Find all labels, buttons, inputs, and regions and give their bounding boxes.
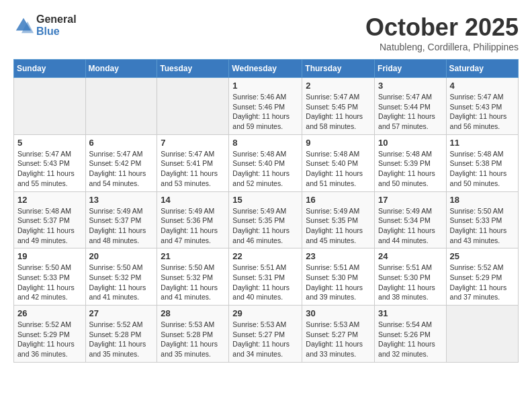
day-number: 20 [89,251,154,261]
day-number: 27 [89,308,154,318]
day-number: 14 [161,195,225,205]
calendar-cell: 18Sunrise: 5:50 AM Sunset: 5:33 PM Dayli… [446,191,518,248]
day-info: Sunrise: 5:49 AM Sunset: 5:35 PM Dayligh… [232,206,298,246]
day-info: Sunrise: 5:48 AM Sunset: 5:38 PM Dayligh… [450,149,515,189]
day-number: 5 [17,138,82,148]
day-number: 10 [378,138,443,148]
calendar-cell: 19Sunrise: 5:50 AM Sunset: 5:33 PM Dayli… [14,248,86,306]
day-info: Sunrise: 5:51 AM Sunset: 5:30 PM Dayligh… [378,263,443,302]
day-info: Sunrise: 5:53 AM Sunset: 5:28 PM Dayligh… [161,320,225,359]
calendar-cell: 8Sunrise: 5:48 AM Sunset: 5:40 PM Daylig… [229,134,302,191]
weekday-header: Sunday [14,60,86,78]
day-info: Sunrise: 5:51 AM Sunset: 5:31 PM Dayligh… [232,263,298,302]
day-info: Sunrise: 5:52 AM Sunset: 5:29 PM Dayligh… [17,320,82,359]
day-number: 4 [450,81,515,91]
calendar-cell: 20Sunrise: 5:50 AM Sunset: 5:32 PM Dayli… [85,248,157,306]
day-info: Sunrise: 5:53 AM Sunset: 5:27 PM Dayligh… [232,320,298,359]
day-info: Sunrise: 5:52 AM Sunset: 5:28 PM Dayligh… [89,320,154,359]
day-number: 8 [232,138,298,148]
day-number: 29 [232,308,298,318]
day-number: 6 [89,138,154,148]
calendar-cell: 4Sunrise: 5:47 AM Sunset: 5:43 PM Daylig… [446,78,518,135]
calendar-cell: 28Sunrise: 5:53 AM Sunset: 5:28 PM Dayli… [157,306,229,363]
day-info: Sunrise: 5:50 AM Sunset: 5:32 PM Dayligh… [161,263,225,302]
calendar-cell: 11Sunrise: 5:48 AM Sunset: 5:38 PM Dayli… [446,134,518,191]
calendar-cell: 16Sunrise: 5:49 AM Sunset: 5:35 PM Dayli… [302,191,375,248]
day-number: 3 [378,81,443,91]
day-info: Sunrise: 5:54 AM Sunset: 5:26 PM Dayligh… [378,320,443,359]
calendar-cell: 22Sunrise: 5:51 AM Sunset: 5:31 PM Dayli… [229,248,302,306]
day-number: 15 [232,195,298,205]
weekday-header-row: SundayMondayTuesdayWednesdayThursdayFrid… [14,60,519,78]
day-number: 28 [161,308,225,318]
calendar-cell: 30Sunrise: 5:53 AM Sunset: 5:27 PM Dayli… [302,306,375,363]
calendar-cell: 1Sunrise: 5:46 AM Sunset: 5:46 PM Daylig… [229,78,302,135]
day-info: Sunrise: 5:49 AM Sunset: 5:35 PM Dayligh… [306,206,371,246]
day-info: Sunrise: 5:50 AM Sunset: 5:33 PM Dayligh… [17,263,82,302]
calendar-cell: 29Sunrise: 5:53 AM Sunset: 5:27 PM Dayli… [229,306,302,363]
day-number: 1 [232,81,298,91]
day-info: Sunrise: 5:47 AM Sunset: 5:42 PM Dayligh… [89,149,154,189]
day-info: Sunrise: 5:48 AM Sunset: 5:40 PM Dayligh… [232,149,298,189]
calendar-cell: 31Sunrise: 5:54 AM Sunset: 5:26 PM Dayli… [375,306,447,363]
location: Natubleng, Cordillera, Philippines [365,42,519,52]
day-number: 11 [450,138,515,148]
day-number: 17 [378,195,443,205]
calendar-cell: 12Sunrise: 5:48 AM Sunset: 5:37 PM Dayli… [14,191,86,248]
day-info: Sunrise: 5:47 AM Sunset: 5:45 PM Dayligh… [306,92,371,132]
day-info: Sunrise: 5:49 AM Sunset: 5:36 PM Dayligh… [161,206,225,246]
day-number: 22 [232,251,298,261]
day-number: 7 [161,138,225,148]
day-info: Sunrise: 5:48 AM Sunset: 5:37 PM Dayligh… [17,206,82,246]
weekday-header: Thursday [302,60,375,78]
calendar-cell: 5Sunrise: 5:47 AM Sunset: 5:43 PM Daylig… [14,134,86,191]
weekday-header: Saturday [446,60,518,78]
day-number: 2 [306,81,371,91]
day-info: Sunrise: 5:47 AM Sunset: 5:41 PM Dayligh… [161,149,225,189]
calendar-week-row: 12Sunrise: 5:48 AM Sunset: 5:37 PM Dayli… [14,191,519,248]
calendar-week-row: 19Sunrise: 5:50 AM Sunset: 5:33 PM Dayli… [14,248,519,306]
calendar-cell: 26Sunrise: 5:52 AM Sunset: 5:29 PM Dayli… [14,306,86,363]
page-header: General Blue October 2025 Natubleng, Cor… [13,13,519,52]
day-number: 25 [450,251,515,261]
calendar-cell: 10Sunrise: 5:48 AM Sunset: 5:39 PM Dayli… [375,134,447,191]
day-info: Sunrise: 5:47 AM Sunset: 5:43 PM Dayligh… [17,149,82,189]
day-number: 24 [378,251,443,261]
day-number: 18 [450,195,515,205]
day-info: Sunrise: 5:48 AM Sunset: 5:39 PM Dayligh… [378,149,443,189]
calendar-table: SundayMondayTuesdayWednesdayThursdayFrid… [13,59,519,363]
calendar-cell: 15Sunrise: 5:49 AM Sunset: 5:35 PM Dayli… [229,191,302,248]
logo: General Blue [13,13,77,38]
day-info: Sunrise: 5:47 AM Sunset: 5:43 PM Dayligh… [450,92,515,132]
calendar-week-row: 1Sunrise: 5:46 AM Sunset: 5:46 PM Daylig… [14,78,519,135]
calendar-cell: 24Sunrise: 5:51 AM Sunset: 5:30 PM Dayli… [375,248,447,306]
day-info: Sunrise: 5:51 AM Sunset: 5:30 PM Dayligh… [306,263,371,302]
calendar-cell: 14Sunrise: 5:49 AM Sunset: 5:36 PM Dayli… [157,191,229,248]
month-title: October 2025 [365,13,519,42]
day-info: Sunrise: 5:50 AM Sunset: 5:32 PM Dayligh… [89,263,154,302]
calendar-cell: 3Sunrise: 5:47 AM Sunset: 5:44 PM Daylig… [375,78,447,135]
calendar-cell [157,78,229,135]
calendar-week-row: 26Sunrise: 5:52 AM Sunset: 5:29 PM Dayli… [14,306,519,363]
calendar-cell: 7Sunrise: 5:47 AM Sunset: 5:41 PM Daylig… [157,134,229,191]
calendar-cell [14,78,86,135]
calendar-cell: 13Sunrise: 5:49 AM Sunset: 5:37 PM Dayli… [85,191,157,248]
calendar-cell: 21Sunrise: 5:50 AM Sunset: 5:32 PM Dayli… [157,248,229,306]
day-number: 16 [306,195,371,205]
day-number: 26 [17,308,82,318]
day-info: Sunrise: 5:52 AM Sunset: 5:29 PM Dayligh… [450,263,515,302]
day-info: Sunrise: 5:53 AM Sunset: 5:27 PM Dayligh… [306,320,371,359]
day-number: 31 [378,308,443,318]
weekday-header: Tuesday [157,60,229,78]
day-info: Sunrise: 5:48 AM Sunset: 5:40 PM Dayligh… [306,149,371,189]
calendar-cell [85,78,157,135]
calendar-cell: 25Sunrise: 5:52 AM Sunset: 5:29 PM Dayli… [446,248,518,306]
day-info: Sunrise: 5:50 AM Sunset: 5:33 PM Dayligh… [450,206,515,246]
calendar-cell [446,306,518,363]
title-block: October 2025 Natubleng, Cordillera, Phil… [365,13,519,52]
day-info: Sunrise: 5:49 AM Sunset: 5:37 PM Dayligh… [89,206,154,246]
day-number: 30 [306,308,371,318]
calendar-week-row: 5Sunrise: 5:47 AM Sunset: 5:43 PM Daylig… [14,134,519,191]
day-number: 12 [17,195,82,205]
calendar-cell: 6Sunrise: 5:47 AM Sunset: 5:42 PM Daylig… [85,134,157,191]
